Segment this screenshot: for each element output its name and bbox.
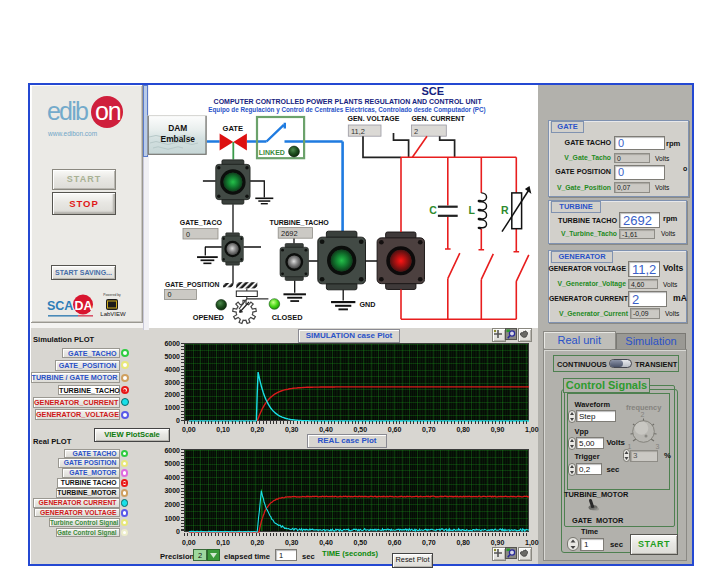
svg-text:R: R xyxy=(501,204,509,216)
svg-text:TURBINE_TACHO: TURBINE_TACHO xyxy=(269,219,329,226)
svg-text:0: 0 xyxy=(168,290,172,299)
svg-text:COMPUTER CONTROLLED POWER PLAN: COMPUTER CONTROLLED POWER PLANTS REGULAT… xyxy=(214,98,483,105)
svg-text:GND: GND xyxy=(360,300,376,309)
svg-text:L: L xyxy=(468,204,475,216)
svg-text:Embalse: Embalse xyxy=(161,134,196,144)
svg-text:C: C xyxy=(429,204,437,216)
svg-text:on: on xyxy=(95,97,121,125)
svg-text:CLOSED: CLOSED xyxy=(272,313,303,322)
svg-text:LINKED: LINKED xyxy=(259,149,285,156)
svg-text:DA: DA xyxy=(75,299,93,313)
svg-text:GEN. CURRENT: GEN. CURRENT xyxy=(411,115,465,122)
svg-text:2: 2 xyxy=(414,127,418,136)
svg-text:0: 0 xyxy=(186,230,190,239)
svg-text:SCA: SCA xyxy=(47,299,73,313)
svg-text:GATE_TACO: GATE_TACO xyxy=(180,219,223,226)
svg-text:edib: edib xyxy=(47,97,88,125)
svg-text:GATE_POSITION: GATE_POSITION xyxy=(165,281,220,288)
svg-text:Equipo de Regulación y Control: Equipo de Regulación y Control de Centra… xyxy=(208,106,485,114)
svg-text:2692: 2692 xyxy=(281,229,298,238)
svg-text:GATE: GATE xyxy=(223,124,244,133)
svg-text:11,2: 11,2 xyxy=(351,127,365,136)
svg-text:OPENED: OPENED xyxy=(193,313,225,322)
svg-text:DAM: DAM xyxy=(168,123,187,133)
svg-text:SCE: SCE xyxy=(421,85,444,97)
svg-text:GEN. VOLTAGE: GEN. VOLTAGE xyxy=(348,115,400,122)
